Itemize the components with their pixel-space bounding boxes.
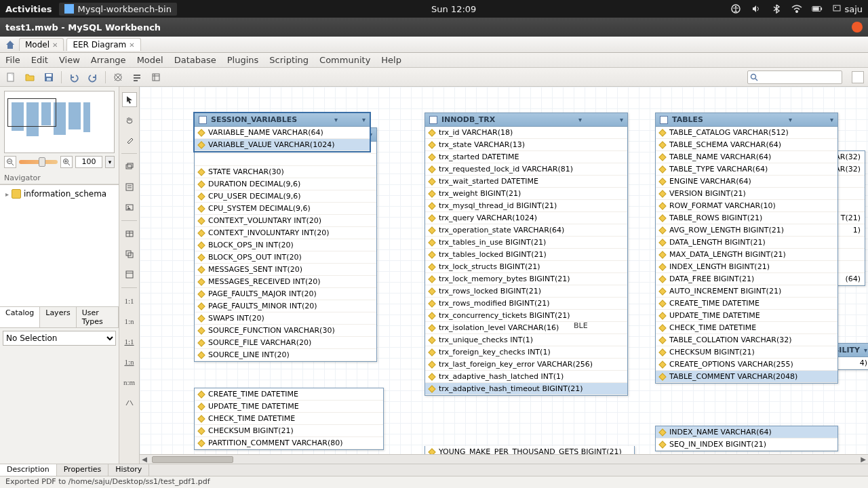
table-column[interactable]: TABLE_TYPE VARCHAR(64) [656, 163, 837, 176]
undo-button[interactable] [67, 70, 81, 84]
window-titlebar[interactable]: test1.mwb - MySQL Workbench [0, 18, 868, 37]
table-column[interactable]: CONTEXT_INVOLUNTARY INT(20) [195, 227, 376, 239]
table-column[interactable]: CHECK_TIME DATETIME [195, 413, 383, 425]
table-column[interactable]: VARIABLE_VALUE VARCHAR(1024) [195, 139, 370, 151]
table-column[interactable]: CREATE_TIME DATETIME [656, 298, 837, 310]
scrollbar-thumb[interactable] [152, 456, 233, 463]
tab-close-icon[interactable]: ✕ [129, 41, 134, 49]
chevron-down-icon[interactable]: ▾ [362, 116, 366, 123]
table-column[interactable]: trx_isolation_level VARCHAR(16) [425, 322, 627, 334]
eraser-tool[interactable] [122, 133, 137, 148]
zoom-out-button[interactable] [4, 156, 16, 168]
volume-icon[interactable] [751, 3, 762, 14]
table-column[interactable]: MESSAGES_RECEIVED INT(20) [195, 276, 376, 288]
tab-model[interactable]: Model ✕ [19, 38, 64, 51]
table-column[interactable]: trx_concurrency_tickets BIGINT(21) [425, 310, 627, 322]
activities-button[interactable]: Activities [5, 4, 52, 14]
table-column[interactable]: ENGINE VARCHAR(64) [656, 176, 837, 188]
menu-arrange[interactable]: Arrange [91, 55, 126, 65]
eer-table-innodb-trx[interactable]: INNODB_TRX ▾ ▾ trx_id VARCHAR(18)trx_sta… [425, 113, 628, 396]
table-column[interactable]: TABLE_COMMENT VARCHAR(2048) [656, 371, 837, 383]
chevron-down-icon[interactable]: ▾ [830, 116, 833, 123]
table-column[interactable]: STATE VARCHAR(30) [195, 166, 376, 178]
table-column[interactable]: AVG_ROW_LENGTH BIGINT(21) [656, 224, 837, 237]
table-column[interactable]: BLOCK_OPS_OUT INT(20) [195, 251, 376, 264]
align-button[interactable] [130, 70, 144, 84]
bottom-tab-properties[interactable]: Properties [57, 464, 109, 476]
redo-button[interactable] [86, 70, 100, 84]
table-column[interactable]: trx_mysql_thread_id BIGINT(21) [425, 200, 627, 212]
table-tool[interactable] [122, 226, 137, 241]
table-column[interactable]: trx_weight BIGINT(21) [425, 188, 627, 200]
chevron-down-icon[interactable]: ▾ [620, 116, 623, 123]
table-column[interactable]: DURATION DECIMAL(9,6) [195, 178, 376, 190]
user-menu-icon[interactable]: saju [832, 3, 863, 14]
table-column[interactable]: trx_adaptive_hash_timeout BIGINT(21) [425, 383, 627, 395]
note-tool[interactable] [122, 180, 137, 195]
search-input[interactable] [747, 70, 842, 84]
save-button[interactable] [42, 70, 56, 84]
toggle-grid-button[interactable] [111, 70, 125, 84]
sidebar-tab-usertypes[interactable]: User Types [77, 307, 119, 327]
table-column[interactable]: TABLE_COLLATION VARCHAR(32) [656, 334, 837, 346]
zoom-in-button[interactable] [60, 156, 73, 168]
table-column[interactable]: trx_state VARCHAR(13) [425, 139, 627, 151]
table-column[interactable]: trx_query VARCHAR(1024) [425, 212, 627, 224]
table-column[interactable]: VARIABLE_NAME VARCHAR(64) [195, 127, 370, 139]
rel-1-n-tool[interactable]: 1:n [122, 314, 137, 329]
pointer-tool[interactable] [122, 92, 137, 107]
tab-close-icon[interactable]: ✕ [52, 41, 58, 49]
taskbar-app-button[interactable]: Mysql-workbench-bin [59, 3, 177, 16]
table-column[interactable]: PARTITION_COMMENT VARCHAR(80) [195, 437, 383, 449]
sidebar-tab-catalog[interactable]: Catalog [0, 307, 40, 327]
view-tool[interactable] [122, 247, 137, 262]
table-column[interactable]: SOURCE_FUNCTION VARCHAR(30) [195, 325, 376, 337]
table-column[interactable]: ROW_FORMAT VARCHAR(10) [656, 200, 837, 212]
menu-edit[interactable]: Edit [31, 55, 48, 65]
table-column[interactable]: CREATE_TIME DATETIME [195, 388, 383, 401]
table-column[interactable]: TABLE_SCHEMA VARCHAR(64) [656, 139, 837, 151]
table-column[interactable]: VERSION BIGINT(21) [656, 188, 837, 200]
menu-help[interactable]: Help [381, 55, 401, 65]
table-column[interactable]: CREATE_OPTIONS VARCHAR(255) [656, 359, 837, 371]
catalog-tree[interactable]: ▸ information_schema [0, 184, 119, 306]
open-file-button[interactable] [23, 70, 37, 84]
table-column[interactable]: SWAPS INT(20) [195, 312, 376, 325]
table-column[interactable]: UPDATE_TIME DATETIME [195, 401, 383, 413]
clock[interactable]: Sun 12:09 [177, 4, 730, 14]
table-column[interactable]: SOURCE_LINE INT(20) [195, 349, 376, 361]
scroll-right-icon[interactable]: ▶ [859, 455, 868, 463]
table-column[interactable]: DATA_FREE BIGINT(21) [656, 273, 837, 285]
notation-button[interactable] [149, 70, 163, 84]
table-column[interactable]: trx_unique_checks INT(1) [425, 334, 627, 346]
chevron-down-icon[interactable]: ▾ [334, 116, 338, 123]
bluetooth-icon[interactable] [771, 3, 782, 14]
table-column[interactable]: trx_operation_state VARCHAR(64) [425, 224, 627, 237]
bottom-tab-description[interactable]: Description [0, 464, 57, 476]
table-column[interactable]: MESSAGES_SENT INT(20) [195, 264, 376, 276]
table-column[interactable]: CPU_SYSTEM DECIMAL(9,6) [195, 203, 376, 215]
table-column[interactable]: PAGE_FAULTS_MAJOR INT(20) [195, 288, 376, 300]
menu-model[interactable]: Model [137, 55, 163, 65]
table-column[interactable]: PAGE_FAULTS_MINOR INT(20) [195, 300, 376, 312]
table-column[interactable]: trx_wait_started DATETIME [425, 176, 627, 188]
image-tool[interactable] [122, 200, 137, 215]
table-column[interactable]: MAX_DATA_LENGTH BIGINT(21) [656, 249, 837, 261]
expand-canvas-button[interactable] [852, 71, 864, 83]
zoom-dropdown[interactable]: ▾ [105, 156, 115, 168]
table-column[interactable]: BLOCK_OPS_IN INT(20) [195, 239, 376, 251]
eer-table-statistics[interactable]: INDEX_NAME VARCHAR(64) SEQ_IN_INDEX BIGI… [655, 426, 838, 451]
rel-1-1-id-tool[interactable]: 1:1 [122, 334, 137, 349]
table-column[interactable]: UPDATE_TIME DATETIME [656, 310, 837, 322]
table-column[interactable]: TABLE_ROWS BIGINT(21) [656, 212, 837, 224]
home-icon[interactable] [4, 39, 16, 51]
rel-1-n-id-tool[interactable]: 1:n [122, 354, 137, 369]
table-column[interactable]: CONTEXT_VOLUNTARY INT(20) [195, 215, 376, 227]
eer-table-tables[interactable]: TABLES ▾ ▾ TABLE_CATALOG VARCHAR(512)TAB… [655, 113, 838, 384]
rel-n-m-tool[interactable]: n:m [122, 375, 137, 390]
table-column[interactable]: trx_rows_modified BIGINT(21) [425, 298, 627, 310]
sidebar-tab-layers[interactable]: Layers [40, 307, 76, 327]
table-column[interactable]: CHECK_TIME DATETIME [656, 322, 837, 334]
canvas[interactable]: INT(21)N BIGINT(21) (12)TTEXTXT ▾ STATE … [140, 87, 868, 464]
accessibility-icon[interactable] [730, 3, 741, 14]
